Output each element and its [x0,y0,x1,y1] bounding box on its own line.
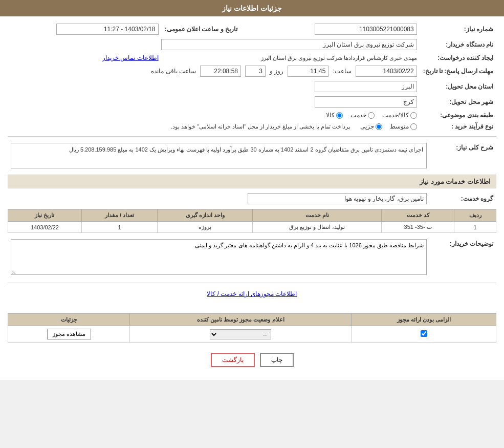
permits-col-details: جزئیات [8,314,130,326]
province-label: استان محل تحویل: [420,79,496,94]
col-quantity: تعداد / مقدار [81,209,157,222]
permit-required-checkbox[interactable] [421,330,427,337]
permits-col-status: اعلام وضعیت مجوز توسط نامین کننده [130,314,352,326]
deadline-date: 1403/02/22 [356,66,417,77]
deadline-remaining: 22:08:58 [200,66,241,77]
category-radio-service[interactable]: خدمت [350,112,375,119]
col-name: نام خدمت [253,209,382,222]
category-radio-goods[interactable]: کالا [326,112,343,119]
creator-label: ایجاد کننده درخواست: [420,52,496,63]
col-code: کد خدمت [382,209,454,222]
deadline-remaining-label: ساعت باقی مانده [151,68,196,75]
contact-link[interactable]: اطلاعات تماس خریدار [102,54,159,61]
buyer-org-value: شرکت توزیع نیروی برق استان البرز [8,37,420,52]
print-button[interactable]: چاپ [260,353,294,367]
deadline-days: 3 [245,66,266,77]
buyer-org-label: نام دستگاه خریدار: [420,37,496,52]
need-number-label: شماره نیاز: [420,22,496,37]
province-value: البرز [315,81,417,92]
process-radio-medium[interactable]: متوسط [390,123,417,130]
buyer-notes-textarea[interactable] [11,239,427,275]
general-desc-value: اجرای نیمه دستمزدی تامین برق متقاضیان گر… [11,143,427,168]
process-note: پرداخت تمام یا بخشی از مبلغ خریدار از مح… [171,123,350,130]
creator-value: مهدی خبری کارشناس قراردادها شرکت توزیع ن… [162,52,420,63]
page-header: جزئیات اطلاعات نیاز [0,0,504,16]
table-row: 1ت -35- 351تولید، انتقال و توزیع برقپروژ… [8,222,496,233]
deadline-time: 11:45 [288,66,328,77]
category-radio-both[interactable]: کالا/خدمت [382,112,417,119]
service-info-section-title: اطلاعات خدمات مورد نیاز [8,175,496,188]
col-unit: واحد اندازه گیری [158,209,253,222]
view-permit-button[interactable]: مشاهده مجوز [47,329,91,339]
back-button[interactable]: بازگشت [211,353,255,367]
services-table: ردیف کد خدمت نام خدمت واحد اندازه گیری ت… [8,209,496,233]
permits-table: الزامی بودن ارائه مجوز اعلام وضعیت مجوز … [8,313,496,343]
permit-status-select[interactable]: -- [210,329,271,339]
table-row: --مشاهده مجوز [8,326,496,343]
announcement-date-label: تاریخ و ساعت اعلان عمومی: [162,22,240,37]
service-group-value: تامین برق، گاز، بخار و تهویه هوا [248,193,427,204]
process-radio-partial[interactable]: جزیی [360,123,382,130]
city-value: کرج [315,96,417,108]
deadline-time-label: ساعت: [333,68,351,75]
city-label: شهر محل تحویل: [420,94,496,110]
need-number-value: 1103005221000083 [266,22,420,37]
deadline-label: مهلت ارسال پاسخ: تا تاریخ: [420,63,496,79]
deadline-days-label: روز و [270,68,283,75]
col-row: ردیف [454,209,496,222]
col-date: تاریخ نیاز [8,209,82,222]
buyer-notes-label: توضیحات خریدار: [430,237,496,279]
category-label: طبقه بندی موضوعی: [420,110,496,121]
service-group-label: گروه خدمت: [430,191,496,206]
announcement-date-value: 1403/02/18 - 11:27 [8,22,162,37]
permits-section-link[interactable]: اطلاعات مجوزهای ارائه خدمت / کالا [8,287,496,301]
process-label: نوع فرآیند خرید : [420,121,496,132]
permits-col-required: الزامی بودن ارائه مجوز [352,314,496,326]
general-desc-label: شرح کلی نیاز: [430,141,496,170]
